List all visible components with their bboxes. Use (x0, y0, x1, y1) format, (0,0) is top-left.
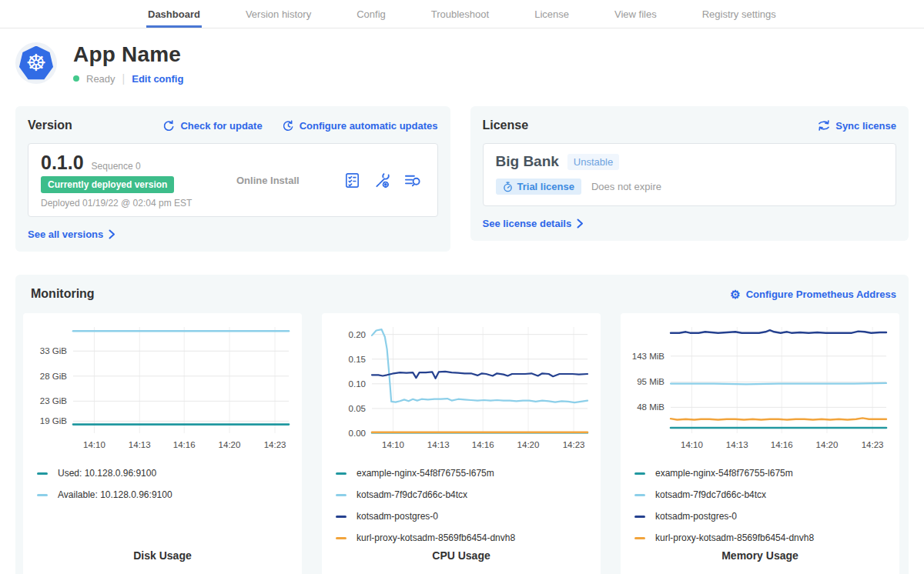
chart-card-cpu-usage: 0.000.050.100.150.2014:1014:1314:1614:20… (322, 313, 601, 574)
legend-swatch-icon (336, 494, 346, 496)
legend-swatch-icon (634, 494, 645, 496)
svg-text:14:23: 14:23 (264, 440, 286, 449)
deployed-badge: Currently deployed version (41, 176, 174, 193)
svg-text:14:10: 14:10 (681, 440, 703, 449)
config-wrench-icon[interactable] (373, 172, 391, 189)
trial-license-badge: Trial license (496, 179, 581, 195)
tab-license[interactable]: License (533, 0, 571, 28)
status-dot-icon (73, 75, 79, 82)
legend-item: example-nginx-54f8f76755-l675m (336, 462, 601, 484)
legend-label: kotsadm-7f9dc7d66c-b4tcx (357, 489, 467, 500)
legend-item: kotsadm-postgres-0 (336, 506, 601, 527)
schedule-icon (283, 120, 294, 132)
svg-text:14:13: 14:13 (129, 440, 151, 449)
app-name-title: App Name (73, 42, 183, 67)
chart-legend: example-nginx-54f8f76755-l675mkotsadm-7f… (336, 462, 601, 549)
divider: | (122, 72, 126, 85)
tab-dashboard[interactable]: Dashboard (146, 0, 202, 28)
deployed-timestamp: Deployed 01/19/22 @ 02:04 pm EST (41, 198, 209, 209)
svg-text:14:16: 14:16 (771, 440, 793, 449)
refresh-icon (163, 120, 175, 132)
legend-item: Available: 10.128.0.96:9100 (37, 484, 302, 506)
legend-item: kotsadm-7f9dc7d66c-b4tcx (634, 484, 899, 506)
legend-swatch-icon (634, 537, 645, 539)
current-version-panel: 0.1.0 Sequence 0 Currently deployed vers… (28, 143, 438, 217)
chart-legend: Used: 10.128.0.96:9100Available: 10.128.… (37, 462, 302, 506)
svg-text:14:23: 14:23 (563, 440, 585, 449)
svg-text:0.10: 0.10 (349, 379, 366, 389)
legend-label: kurl-proxy-kotsadm-8569fb6454-dnvh8 (357, 532, 515, 543)
chart-title-memory-usage: Memory Usage (621, 549, 899, 574)
legend-swatch-icon (634, 516, 645, 518)
svg-text:0.05: 0.05 (349, 404, 366, 413)
legend-item: kotsadm-7f9dc7d66c-b4tcx (336, 484, 601, 506)
chevron-right-icon (577, 219, 584, 229)
svg-text:14:13: 14:13 (427, 440, 450, 449)
preflight-checks-icon[interactable] (343, 172, 361, 189)
svg-text:14:16: 14:16 (472, 440, 494, 449)
charts-row: 19 GiB23 GiB28 GiB33 GiB14:1014:1314:161… (23, 313, 899, 574)
usage-chart-memory-usage: 48 MiB95 MiB143 MiB14:1014:1314:1614:201… (629, 321, 891, 453)
app-status-text: Ready (86, 73, 116, 85)
svg-text:14:10: 14:10 (382, 440, 404, 449)
sync-license-link[interactable]: Sync license (818, 120, 896, 132)
license-panel: Big Bank Unstable Trial license Does not… (483, 143, 897, 206)
svg-text:28 GiB: 28 GiB (40, 372, 67, 381)
legend-swatch-icon (336, 516, 346, 518)
tab-registry-settings[interactable]: Registry settings (701, 0, 778, 28)
monitoring-title: Monitoring (31, 287, 95, 301)
svg-text:143 MiB: 143 MiB (632, 352, 665, 361)
view-logs-icon[interactable] (403, 172, 422, 189)
version-card: Version Check for update Configure autom… (15, 106, 450, 252)
license-expiry: Does not expire (591, 181, 661, 192)
svg-text:0.20: 0.20 (349, 330, 366, 339)
app-header: ☸ App Name Ready | Edit config (15, 42, 909, 85)
svg-text:48 MiB: 48 MiB (637, 402, 665, 412)
legend-label: kotsadm-7f9dc7d66c-b4tcx (655, 489, 766, 500)
check-for-update-link[interactable]: Check for update (163, 120, 262, 132)
svg-text:14:20: 14:20 (219, 440, 241, 449)
svg-text:14:10: 14:10 (83, 440, 105, 449)
legend-swatch-icon (37, 494, 48, 496)
license-card: License Sync license Big Bank Unstable (470, 106, 909, 241)
top-nav: Dashboard Version history Config Trouble… (0, 0, 924, 28)
legend-label: Used: 10.128.0.96:9100 (58, 468, 156, 479)
legend-swatch-icon (336, 472, 346, 475)
configure-prometheus-link[interactable]: ⚙ Configure Prometheus Address (730, 289, 896, 300)
svg-text:0.00: 0.00 (349, 429, 366, 438)
configure-automatic-updates-link[interactable]: Configure automatic updates (283, 120, 438, 132)
chart-title-cpu-usage: CPU Usage (322, 549, 601, 574)
app-logo: ☸ (15, 42, 57, 84)
legend-label: kurl-proxy-kotsadm-8569fb6454-dnvh8 (655, 532, 814, 543)
sync-icon (818, 120, 830, 131)
version-card-title: Version (28, 118, 72, 132)
svg-text:0.15: 0.15 (349, 355, 366, 364)
chart-legend: example-nginx-54f8f76755-l675mkotsadm-7f… (634, 462, 899, 549)
chevron-right-icon (109, 229, 116, 239)
legend-swatch-icon (37, 472, 48, 475)
legend-label: example-nginx-54f8f76755-l675m (357, 468, 494, 479)
tab-troubleshoot[interactable]: Troubleshoot (430, 0, 490, 28)
tab-view-files[interactable]: View files (613, 0, 658, 28)
monitoring-card: Monitoring ⚙ Configure Prometheus Addres… (15, 275, 909, 574)
legend-item: kotsadm-postgres-0 (634, 506, 899, 527)
svg-text:19 GiB: 19 GiB (40, 416, 67, 425)
svg-text:23 GiB: 23 GiB (40, 396, 67, 405)
svg-text:14:20: 14:20 (816, 440, 839, 449)
svg-text:14:20: 14:20 (517, 440, 540, 449)
usage-chart-disk-usage: 19 GiB23 GiB28 GiB33 GiB14:1014:1314:161… (32, 321, 293, 453)
customer-name: Big Bank (496, 153, 559, 170)
svg-text:33 GiB: 33 GiB (40, 346, 67, 355)
tab-config[interactable]: Config (355, 0, 387, 28)
svg-text:95 MiB: 95 MiB (637, 377, 665, 386)
dashboard-page: ☸ App Name Ready | Edit config Version (0, 28, 924, 574)
legend-item: example-nginx-54f8f76755-l675m (634, 462, 899, 484)
see-license-details-link[interactable]: See license details (483, 218, 584, 229)
see-all-versions-link[interactable]: See all versions (28, 229, 116, 240)
usage-chart-cpu-usage: 0.000.050.100.150.2014:1014:1314:1614:20… (330, 321, 592, 453)
gear-icon: ⚙ (730, 289, 740, 300)
tab-version-history[interactable]: Version history (244, 0, 313, 28)
chart-card-disk-usage: 19 GiB23 GiB28 GiB33 GiB14:1014:1314:161… (23, 313, 302, 574)
edit-config-link[interactable]: Edit config (132, 73, 183, 85)
legend-item: Used: 10.128.0.96:9100 (37, 462, 302, 484)
